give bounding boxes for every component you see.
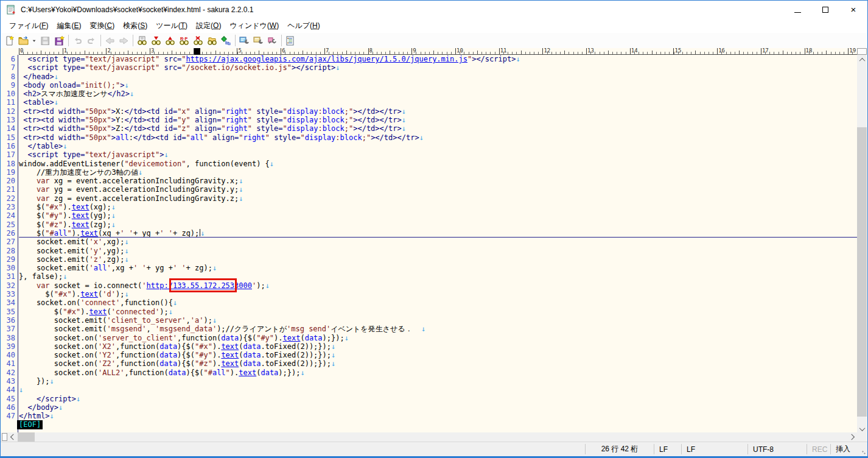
code-line-43[interactable]: 43 });↓ (1, 377, 858, 386)
horizontal-scrollbar[interactable] (1, 432, 858, 442)
code-line-19[interactable]: 19 //重力加速度センサの3軸の値↓ (1, 168, 858, 177)
code-line-35[interactable]: 35 $("#x").text('connected');↓ (1, 308, 858, 316)
sakura-editor-icon (6, 5, 16, 15)
horizontal-scrollbar-thumb[interactable] (18, 432, 35, 442)
code-line-9[interactable]: 9 <body onload="init();">↓ (1, 81, 858, 90)
jump-forward-button[interactable] (117, 34, 131, 48)
open-dropdown-button[interactable] (30, 34, 38, 48)
new-file-button[interactable] (2, 34, 16, 48)
code-line-13[interactable]: 13 <tr><td width="50px">Y:</td><td id="y… (1, 116, 858, 124)
code-line-16[interactable]: 16 </table>↓ (1, 142, 858, 150)
vertical-scrollbar-thumb[interactable] (857, 127, 867, 417)
code-line-34[interactable]: 34 socket.on('connect',function(){↓ (1, 298, 858, 307)
grep-button[interactable] (205, 34, 219, 48)
code-line-27[interactable]: 27 socket.emit('x',xg);↓ (1, 238, 858, 246)
outline-button[interactable] (284, 34, 298, 48)
clear-search-mark-button[interactable] (191, 34, 205, 48)
menu-f[interactable]: ファイル(F) (5, 19, 52, 33)
find-next-button[interactable] (149, 34, 163, 48)
code-line-31[interactable]: 31}, false);↓ (1, 272, 858, 281)
code-line-46[interactable]: 46 </body>↓ (1, 403, 858, 412)
code-line-26[interactable]: 26 $("#all").text(xg +' '+ yg +' '+ zg);… (1, 229, 858, 238)
replace-button[interactable]: R·P (177, 34, 191, 48)
code-line-10[interactable]: 10 <h2>スマホ加速度センサ</h2>↓ (1, 90, 858, 98)
line-number: 14 (1, 124, 15, 133)
eol-mark-icon: ↓ (265, 281, 270, 290)
find-prev-button[interactable] (163, 34, 177, 48)
undo-button[interactable] (71, 34, 85, 48)
code-line-17[interactable]: 17 <script type="text/javascript">↓ (1, 150, 858, 159)
code-line-45[interactable]: 45 </script>↓ (1, 395, 858, 403)
horizontal-split-gripper[interactable] (2, 433, 7, 441)
tag-jump-button[interactable] (219, 34, 233, 48)
code-line-11[interactable]: 11 <table>↓ (1, 98, 858, 107)
status-bar: 26 行 42 桁 LF LF UTF-8 REC 挿入 (1, 442, 867, 457)
scroll-left-button[interactable] (8, 432, 17, 442)
line-text: </script> (19, 395, 76, 403)
menu-e[interactable]: 編集(E) (52, 19, 85, 33)
scroll-right-button[interactable] (848, 432, 857, 442)
eol-mark-icon: ↓ (421, 325, 425, 333)
common-settings-button[interactable] (251, 34, 265, 48)
menu-c[interactable]: 変換(C) (85, 19, 119, 33)
line-number: 43 (1, 377, 15, 386)
code-line-33[interactable]: 33 $("#x").text('d');↓ (1, 290, 858, 298)
find-button[interactable] (135, 34, 149, 48)
code-line-47[interactable]: 47</html>↓ (1, 412, 858, 420)
code-line-30[interactable]: 30 socket.emit('all',xg +' '+ yg +' '+ z… (1, 264, 858, 272)
line-text: var yg = event.accelerationIncludingGrav… (19, 185, 239, 194)
menu-s[interactable]: 検索(S) (119, 19, 152, 33)
eol-mark-icon: ↓ (270, 160, 274, 168)
close-button[interactable]: × (839, 1, 867, 19)
text-editor-area[interactable]: 6 <script type="text/javascript" src="ht… (1, 55, 858, 434)
keyword-settings-button[interactable] (265, 34, 279, 48)
toolbar-separator (133, 35, 133, 46)
maximize-button[interactable] (811, 1, 839, 19)
code-line-28[interactable]: 28 socket.emit('y',yg);↓ (1, 247, 858, 255)
code-line-36[interactable]: 36 socket.emit('client_to_server','a');↓ (1, 316, 858, 325)
code-line-42[interactable]: 42 socket.on('ALL2',function(data){$("#a… (1, 368, 858, 377)
code-line-6[interactable]: 6 <script type="text/javascript" src="ht… (1, 55, 858, 63)
resize-grip[interactable] (858, 442, 867, 456)
line-number: 12 (1, 107, 15, 116)
menu-o[interactable]: 設定(O) (192, 19, 225, 33)
code-line-18[interactable]: 18window.addEventListener("devicemotion"… (1, 160, 858, 168)
code-line-21[interactable]: 21 var yg = event.accelerationIncludingG… (1, 185, 858, 194)
code-line-8[interactable]: 8 </head>↓ (1, 72, 858, 81)
code-line-32[interactable]: 32 var socket = io.connect('http:/133.55… (1, 281, 858, 290)
menu-w[interactable]: ウィンドウ(W) (225, 19, 283, 33)
code-line-41[interactable]: 41 socket.on('Z2',function(data){$("#z")… (1, 359, 858, 368)
code-line-24[interactable]: 24 $("#y").text(yg);↓ (1, 211, 858, 220)
eol-mark-icon: ↓ (402, 124, 406, 133)
scroll-up-button[interactable] (857, 55, 867, 65)
code-line-14[interactable]: 14 <tr><td width="50px">Z:</td><td id="z… (1, 124, 858, 133)
code-line-23[interactable]: 23 $("#x").text(xg);↓ (1, 203, 858, 211)
menu-t[interactable]: ツール(T) (152, 19, 192, 33)
code-line-12[interactable]: 12 <tr><td width="50px">X:</td><td id="x… (1, 107, 858, 116)
code-line-7[interactable]: 7 <script type="text/javascript" src="/s… (1, 63, 858, 72)
insert-mode-indicator: 挿入 (831, 442, 858, 456)
code-line-40[interactable]: 40 socket.on('Y2',function(data){$("#y")… (1, 351, 858, 359)
code-line-44[interactable]: 44↓ (1, 386, 858, 394)
save-button[interactable] (38, 34, 52, 48)
code-line-15[interactable]: 15 <tr><td width="50px">all:</td><td id=… (1, 133, 858, 142)
save-as-button[interactable] (52, 34, 66, 48)
vertical-split-gripper[interactable] (857, 48, 867, 55)
code-line-38[interactable]: 38 socket.on('server_to_client',function… (1, 334, 858, 342)
code-line-39[interactable]: 39 socket.on('X2',function(data){$("#x")… (1, 342, 858, 351)
open-file-button[interactable] (16, 34, 30, 48)
code-line-37[interactable]: 37 socket.emit('msgsend', 'msgsend_data'… (1, 325, 858, 333)
redo-button[interactable] (85, 34, 99, 48)
minimize-button[interactable] (783, 1, 811, 19)
code-line-20[interactable]: 20 var xg = event.accelerationIncludingG… (1, 177, 858, 185)
menu-h[interactable]: ヘルプ(H) (283, 19, 324, 33)
code-line-29[interactable]: 29 socket.emit('z',zg);↓ (1, 255, 858, 264)
code-line-22[interactable]: 22 var zg = event.accelerationIncludingG… (1, 194, 858, 203)
toolbar-separator (235, 35, 236, 46)
code-line-25[interactable]: 25 $("#z").text(zg);↓ (1, 220, 858, 229)
type-settings-button[interactable] (237, 34, 251, 48)
vertical-scrollbar[interactable] (857, 48, 867, 434)
line-number: 41 (1, 359, 15, 368)
ruler-number: 6 (282, 48, 285, 54)
jump-back-button[interactable] (103, 34, 117, 48)
